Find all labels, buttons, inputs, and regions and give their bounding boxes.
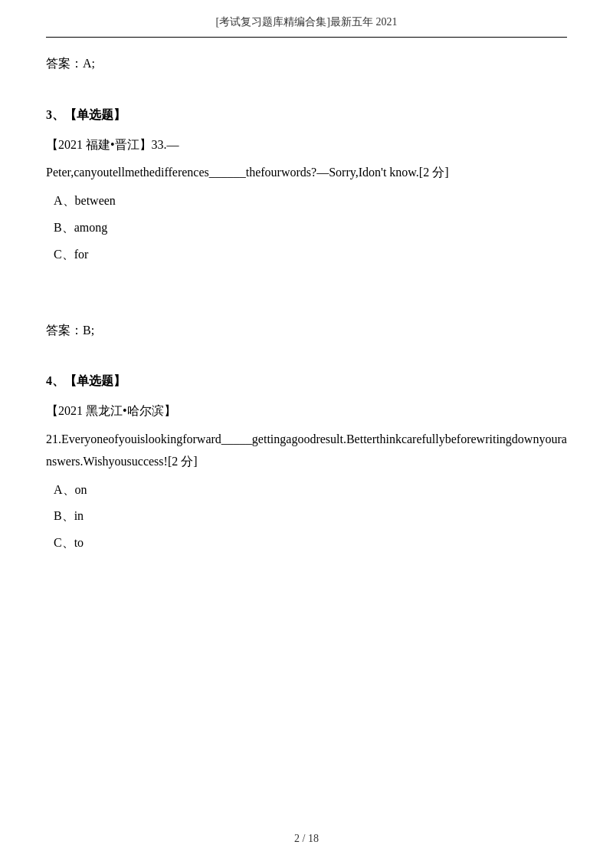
question-3-source-text: 【2021 福建•晋江】33.—: [46, 138, 179, 151]
question-3-source: 【2021 福建•晋江】33.—: [46, 134, 567, 156]
question-4-type-label: 【单选题】: [64, 374, 126, 387]
question-4-number: 4: [46, 374, 52, 387]
page-container: [考试复习题库精编合集]最新五年 2021 答案：A; 3、【单选题】 【202…: [0, 0, 613, 868]
question-4-text: 21.Everyoneofyouislookingforward_____get…: [46, 429, 567, 473]
spacer-3: [46, 304, 567, 320]
question-3-block: 3、【单选题】 【2021 福建•晋江】33.— Peter,canyoutel…: [46, 104, 567, 266]
spacer-1: [46, 81, 567, 104]
question-3-option-a: A、between: [54, 190, 567, 212]
question-3-text: Peter,canyoutellmethedifferences______th…: [46, 162, 567, 184]
question-3-type-label: 【单选题】: [64, 108, 126, 121]
answer-3: 答案：B;: [46, 320, 567, 342]
answer-3-label: 答案：B;: [46, 324, 94, 337]
question-3-option-c: C、for: [54, 244, 567, 266]
page-number: 2 / 18: [294, 833, 319, 844]
question-4-option-c: C、to: [54, 532, 567, 554]
header-title: [考试复习题库精编合集]最新五年 2021: [216, 16, 398, 28]
page-header: [考试复习题库精编合集]最新五年 2021: [46, 15, 567, 29]
question-3-option-b: B、among: [54, 217, 567, 239]
question-4-option-b: B、in: [54, 505, 567, 528]
question-4-source: 【2021 黑龙江•哈尔滨】: [46, 400, 567, 422]
spacer-4: [46, 347, 567, 370]
question-4-type: 4、【单选题】: [46, 370, 567, 393]
question-4-source-text: 【2021 黑龙江•哈尔滨】: [46, 404, 176, 417]
question-3-body: Peter,canyoutellmethedifferences______th…: [46, 166, 449, 179]
question-4-body: 21.Everyoneofyouislookingforward_____get…: [46, 432, 567, 468]
question-3-number: 3: [46, 108, 52, 121]
question-4-option-a: A、on: [54, 479, 567, 501]
header-divider: [46, 37, 567, 38]
question-3-type: 3、【单选题】: [46, 104, 567, 127]
answer-2: 答案：A;: [46, 53, 567, 75]
question-4-block: 4、【单选题】 【2021 黑龙江•哈尔滨】 21.Everyoneofyoui…: [46, 370, 567, 554]
spacer-2: [46, 281, 567, 304]
answer-2-label: 答案：A;: [46, 57, 95, 70]
page-footer: 2 / 18: [0, 833, 613, 845]
